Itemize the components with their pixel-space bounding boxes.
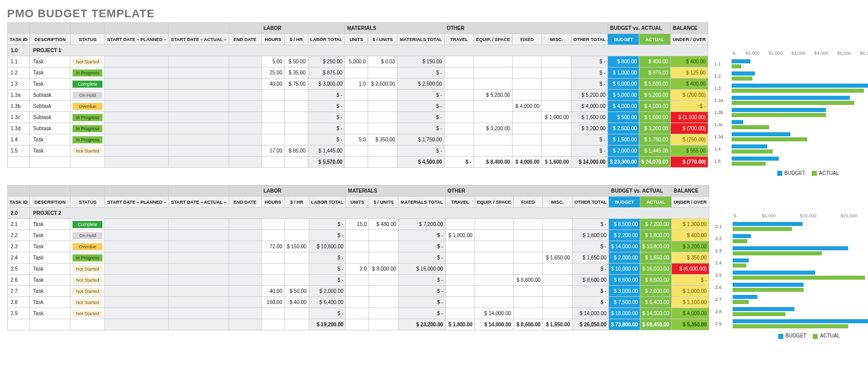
chart-row: 1.3d	[714, 131, 868, 143]
status-badge: Not Started	[73, 299, 102, 306]
actual-bar	[733, 276, 865, 280]
table-row[interactable]: 2.6 Task Not Started $ - $ - $ 8,600.00 …	[8, 275, 709, 286]
budget-bar	[732, 144, 767, 148]
budget-bar	[732, 157, 779, 161]
budget-bar	[732, 96, 850, 100]
table-row[interactable]: 2.4 Task In Progress $ - $ - $ 1,650.00 …	[8, 252, 709, 263]
table-row[interactable]: 1.3a Subtask On Hold $ - $ - $ 5,200.00 …	[8, 90, 708, 101]
status-badge: Overdue	[73, 243, 102, 250]
actual-bar	[733, 288, 804, 292]
table-row[interactable]: 1.2 Task In Progress 25.00$ 35.00 $ 875.…	[8, 67, 708, 79]
chart-legend: BUDGET ACTUAL	[714, 170, 868, 176]
budget-bar	[733, 283, 804, 287]
actual-bar	[732, 64, 741, 68]
project-header-row: 1.0PROJECT 1	[8, 45, 708, 56]
status-badge: Not Started	[73, 266, 102, 273]
budget-chart: $-$1,000$2,000$3,000$4,000$5,000$6,000$7…	[714, 22, 868, 176]
project-header-row: 2.0PROJECT 2	[8, 208, 709, 219]
budget-bar	[733, 246, 848, 250]
table-row[interactable]: 2.8 Task Not Started 160.00$ 40.00 $ 6,4…	[8, 297, 709, 308]
table-row[interactable]: 1.3 Task Complete 40.00$ 75.00 $ 3,000.0…	[8, 79, 708, 90]
actual-bar	[733, 239, 747, 243]
status-badge: Not Started	[73, 288, 102, 295]
actual-bar	[732, 77, 752, 81]
status-badge: In Progress	[73, 125, 102, 132]
table-row[interactable]: 2.9 Task Not Started $ - $ - $ 14,000.00…	[8, 308, 709, 319]
budget-bar	[733, 271, 815, 275]
status-badge: Overdue	[73, 103, 102, 110]
actual-bar	[733, 312, 785, 316]
status-badge: In Progress	[73, 136, 102, 143]
chart-row: 2.5	[715, 269, 868, 281]
status-badge: Not Started	[73, 310, 102, 317]
actual-bar	[732, 149, 773, 154]
budget-bar	[732, 108, 826, 112]
table-row[interactable]: 1.5 Task Not Started 17.00$ 85.00 $ 1,44…	[8, 145, 708, 157]
chart-row: 2.9	[715, 318, 868, 330]
chart-row: 1.3c	[714, 119, 868, 131]
budget-table: LABOR MATERIALS OTHER BUDGET vs. ACTUAL …	[7, 22, 708, 168]
table-row[interactable]: 2.7 Task Not Started 40.00$ 50.00 $ 2,00…	[8, 286, 709, 297]
actual-bar	[733, 324, 848, 328]
actual-bar	[733, 251, 822, 255]
table-row[interactable]: 1.1 Task Not Started 5.00$ 50.00 $ 250.0…	[8, 56, 708, 67]
chart-legend: BUDGET ACTUAL	[715, 333, 868, 338]
table-row[interactable]: 1.4 Task In Progress $ - 5.0$ 350.00 $ 1…	[8, 134, 708, 145]
budget-table: LABOR MATERIALS OTHER BUDGET vs. ACTUAL …	[7, 185, 709, 330]
budget-bar	[733, 295, 757, 299]
actual-bar	[732, 89, 864, 93]
table-row[interactable]: 1.3c Subtask In Progress $ - $ - $ 1,600…	[8, 112, 708, 123]
chart-row: 2.7	[715, 293, 868, 306]
chart-row: 2.6	[715, 281, 868, 293]
chart-row: 2.2	[715, 233, 868, 245]
actual-bar	[733, 300, 749, 304]
page-title: PMO BUDGET TEMPLATE	[7, 7, 861, 20]
totals-row: $ 5,570.00 $ 4,500.00 $ -$ 8,400.00$ 4,0…	[8, 157, 708, 168]
chart-row: 1.5	[714, 155, 868, 167]
actual-bar	[733, 227, 792, 231]
actual-bar	[732, 162, 766, 166]
actual-bar	[732, 101, 854, 105]
budget-bar	[733, 234, 751, 238]
status-badge: In Progress	[73, 254, 102, 261]
table-row[interactable]: 2.3 Task Overdue 72.00$ 150.00 $ 10,800.…	[8, 241, 709, 252]
chart-row: 1.2	[714, 70, 868, 82]
budget-bar	[733, 307, 794, 311]
budget-bar	[732, 84, 868, 88]
budget-bar	[733, 319, 868, 323]
actual-bar	[733, 263, 746, 268]
status-badge: On Hold	[73, 232, 102, 239]
budget-bar	[733, 222, 803, 226]
status-badge: In Progress	[73, 69, 102, 77]
actual-bar	[732, 137, 807, 141]
status-badge: Not Started	[73, 58, 102, 65]
table-row[interactable]: 2.5 Task Not Started $ - 2.0$ 8,000.00 $…	[8, 263, 709, 275]
actual-bar	[732, 125, 770, 129]
budget-bar	[732, 59, 750, 63]
chart-row: 1.3	[714, 82, 868, 94]
status-badge: On Hold	[73, 92, 102, 99]
chart-row: 2.1	[715, 220, 868, 233]
chart-row: 1.4	[714, 143, 868, 155]
table-row[interactable]: 2.1 Task Complete $ - 15.0$ 480.00 $ 7,2…	[8, 219, 709, 230]
chart-row: 2.8	[715, 306, 868, 318]
status-badge: Not Started	[73, 277, 102, 284]
budget-chart: $-$5,000$10,000$15,000$20,000 2.1 2.2 2.…	[715, 185, 868, 338]
status-badge: Complete	[73, 81, 102, 88]
status-badge: In Progress	[73, 114, 102, 121]
actual-bar	[732, 113, 826, 117]
budget-bar	[732, 120, 743, 124]
chart-row: 1.3a	[714, 94, 868, 106]
budget-bar	[733, 258, 749, 262]
table-row[interactable]: 1.3d Subtask In Progress $ - $ - $ 3,200…	[8, 123, 708, 134]
status-badge: Not Started	[73, 147, 102, 155]
chart-row: 2.3	[715, 245, 868, 257]
chart-row: 1.1	[714, 58, 868, 70]
budget-bar	[732, 71, 755, 75]
chart-row: 2.4	[715, 257, 868, 269]
status-badge: Complete	[73, 221, 102, 228]
table-row[interactable]: 1.3b Subtask Overdue $ - $ - $ 4,000.00 …	[8, 101, 708, 112]
chart-row: 1.3b	[714, 106, 868, 119]
table-row[interactable]: 2.2 Task On Hold $ - $ - $ 1,800.00 $ 1,…	[8, 230, 709, 241]
totals-row: $ 19,200.00 $ 23,200.00 $ 1,800.00$ 14,0…	[8, 319, 709, 330]
